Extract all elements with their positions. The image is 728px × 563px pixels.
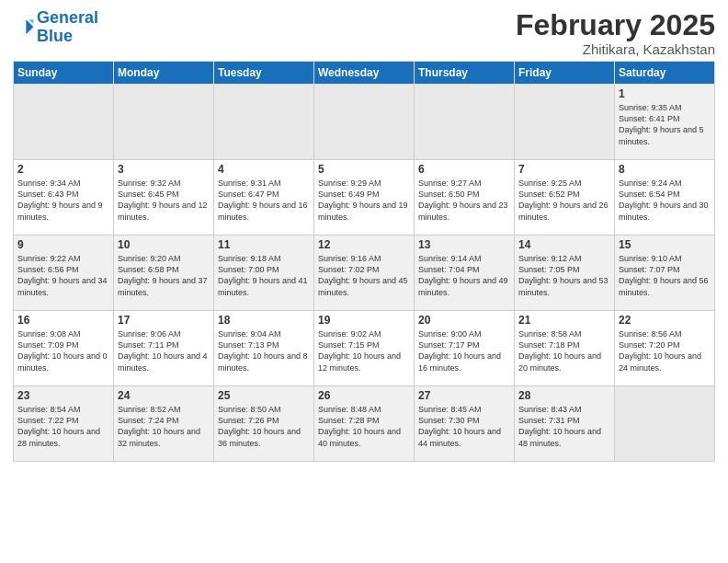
calendar-cell: 8Sunrise: 9:24 AM Sunset: 6:54 PM Daylig…: [615, 160, 715, 236]
day-number: 23: [17, 389, 109, 402]
calendar-cell: [114, 85, 214, 160]
calendar-header-row: Sunday Monday Tuesday Wednesday Thursday…: [14, 62, 715, 85]
location-subtitle: Zhitikara, Kazakhstan: [516, 41, 715, 57]
day-number: 26: [318, 389, 410, 402]
day-info: Sunrise: 9:04 AM Sunset: 7:13 PM Dayligh…: [218, 328, 310, 373]
calendar-week-row: 2Sunrise: 9:34 AM Sunset: 6:43 PM Daylig…: [14, 160, 715, 236]
day-info: Sunrise: 9:14 AM Sunset: 7:04 PM Dayligh…: [418, 253, 510, 298]
month-title: February 2025: [516, 9, 715, 41]
calendar-cell: 11Sunrise: 9:18 AM Sunset: 7:00 PM Dayli…: [214, 236, 314, 311]
day-info: Sunrise: 9:25 AM Sunset: 6:52 PM Dayligh…: [518, 178, 610, 223]
calendar-cell: 27Sunrise: 8:45 AM Sunset: 7:30 PM Dayli…: [415, 386, 515, 462]
calendar-cell: [14, 85, 114, 160]
logo-blue: Blue: [37, 28, 98, 46]
day-number: 27: [418, 389, 510, 402]
calendar-week-row: 1Sunrise: 9:35 AM Sunset: 6:41 PM Daylig…: [14, 85, 715, 160]
day-info: Sunrise: 8:52 AM Sunset: 7:24 PM Dayligh…: [118, 404, 210, 449]
day-info: Sunrise: 8:56 AM Sunset: 7:20 PM Dayligh…: [619, 328, 711, 373]
calendar-week-row: 9Sunrise: 9:22 AM Sunset: 6:56 PM Daylig…: [14, 236, 715, 311]
day-number: 20: [418, 314, 510, 327]
day-number: 9: [17, 238, 109, 251]
calendar-cell: 28Sunrise: 8:43 AM Sunset: 7:31 PM Dayli…: [515, 386, 615, 462]
day-number: 28: [518, 389, 610, 402]
calendar-cell: 15Sunrise: 9:10 AM Sunset: 7:07 PM Dayli…: [615, 236, 715, 311]
day-info: Sunrise: 9:35 AM Sunset: 6:41 PM Dayligh…: [619, 102, 711, 147]
day-number: 25: [218, 389, 310, 402]
day-number: 6: [418, 163, 510, 176]
calendar-cell: 10Sunrise: 9:20 AM Sunset: 6:58 PM Dayli…: [114, 236, 214, 311]
day-info: Sunrise: 9:27 AM Sunset: 6:50 PM Dayligh…: [418, 178, 510, 223]
day-number: 1: [619, 87, 711, 100]
col-tuesday: Tuesday: [214, 62, 314, 85]
calendar-cell: 2Sunrise: 9:34 AM Sunset: 6:43 PM Daylig…: [14, 160, 114, 236]
day-info: Sunrise: 8:43 AM Sunset: 7:31 PM Dayligh…: [518, 404, 610, 449]
day-info: Sunrise: 9:02 AM Sunset: 7:15 PM Dayligh…: [318, 328, 410, 373]
day-number: 10: [118, 238, 210, 251]
col-friday: Friday: [515, 62, 615, 85]
day-number: 12: [318, 238, 410, 251]
day-number: 24: [118, 389, 210, 402]
day-number: 14: [518, 238, 610, 251]
calendar-cell: [615, 386, 715, 462]
calendar-cell: 17Sunrise: 9:06 AM Sunset: 7:11 PM Dayli…: [114, 311, 214, 386]
day-number: 2: [17, 163, 109, 176]
day-number: 7: [518, 163, 610, 176]
calendar-cell: 24Sunrise: 8:52 AM Sunset: 7:24 PM Dayli…: [114, 386, 214, 462]
day-info: Sunrise: 9:24 AM Sunset: 6:54 PM Dayligh…: [619, 178, 711, 223]
day-info: Sunrise: 8:54 AM Sunset: 7:22 PM Dayligh…: [17, 404, 109, 449]
day-info: Sunrise: 9:22 AM Sunset: 6:56 PM Dayligh…: [17, 253, 109, 298]
calendar-cell: 19Sunrise: 9:02 AM Sunset: 7:15 PM Dayli…: [314, 311, 415, 386]
day-info: Sunrise: 9:00 AM Sunset: 7:17 PM Dayligh…: [418, 328, 510, 373]
day-info: Sunrise: 9:20 AM Sunset: 6:58 PM Dayligh…: [118, 253, 210, 298]
col-monday: Monday: [114, 62, 214, 85]
col-wednesday: Wednesday: [314, 62, 415, 85]
calendar-cell: 14Sunrise: 9:12 AM Sunset: 7:05 PM Dayli…: [515, 236, 615, 311]
calendar-cell: 26Sunrise: 8:48 AM Sunset: 7:28 PM Dayli…: [314, 386, 415, 462]
col-thursday: Thursday: [415, 62, 515, 85]
calendar-cell: 6Sunrise: 9:27 AM Sunset: 6:50 PM Daylig…: [415, 160, 515, 236]
day-info: Sunrise: 9:06 AM Sunset: 7:11 PM Dayligh…: [118, 328, 210, 373]
calendar-table: Sunday Monday Tuesday Wednesday Thursday…: [13, 61, 715, 462]
day-info: Sunrise: 9:10 AM Sunset: 7:07 PM Dayligh…: [619, 253, 711, 298]
calendar-cell: 16Sunrise: 9:08 AM Sunset: 7:09 PM Dayli…: [14, 311, 114, 386]
calendar-cell: 22Sunrise: 8:56 AM Sunset: 7:20 PM Dayli…: [615, 311, 715, 386]
calendar-cell: 7Sunrise: 9:25 AM Sunset: 6:52 PM Daylig…: [515, 160, 615, 236]
day-info: Sunrise: 9:29 AM Sunset: 6:49 PM Dayligh…: [318, 178, 410, 223]
calendar-cell: 18Sunrise: 9:04 AM Sunset: 7:13 PM Dayli…: [214, 311, 314, 386]
calendar-cell: 23Sunrise: 8:54 AM Sunset: 7:22 PM Dayli…: [14, 386, 114, 462]
day-info: Sunrise: 9:34 AM Sunset: 6:43 PM Dayligh…: [17, 178, 109, 223]
logo: General Blue: [13, 9, 98, 46]
calendar-cell: 3Sunrise: 9:32 AM Sunset: 6:45 PM Daylig…: [114, 160, 214, 236]
col-sunday: Sunday: [14, 62, 114, 85]
title-block: February 2025 Zhitikara, Kazakhstan: [516, 9, 715, 57]
day-info: Sunrise: 9:31 AM Sunset: 6:47 PM Dayligh…: [218, 178, 310, 223]
day-number: 22: [619, 314, 711, 327]
day-number: 15: [619, 238, 711, 251]
day-number: 19: [318, 314, 410, 327]
calendar-cell: [515, 85, 615, 160]
logo-general: General: [37, 9, 98, 28]
day-info: Sunrise: 8:58 AM Sunset: 7:18 PM Dayligh…: [518, 328, 610, 373]
calendar-cell: 21Sunrise: 8:58 AM Sunset: 7:18 PM Dayli…: [515, 311, 615, 386]
calendar-cell: [314, 85, 415, 160]
calendar-cell: 25Sunrise: 8:50 AM Sunset: 7:26 PM Dayli…: [214, 386, 314, 462]
day-number: 17: [118, 314, 210, 327]
calendar-week-row: 16Sunrise: 9:08 AM Sunset: 7:09 PM Dayli…: [14, 311, 715, 386]
day-number: 16: [17, 314, 109, 327]
day-number: 13: [418, 238, 510, 251]
col-saturday: Saturday: [615, 62, 715, 85]
day-number: 18: [218, 314, 310, 327]
day-info: Sunrise: 8:45 AM Sunset: 7:30 PM Dayligh…: [418, 404, 510, 449]
page-container: General Blue February 2025 Zhitikara, Ka…: [0, 0, 728, 471]
calendar-week-row: 23Sunrise: 8:54 AM Sunset: 7:22 PM Dayli…: [14, 386, 715, 462]
calendar-cell: 13Sunrise: 9:14 AM Sunset: 7:04 PM Dayli…: [415, 236, 515, 311]
day-number: 8: [619, 163, 711, 176]
calendar-cell: 9Sunrise: 9:22 AM Sunset: 6:56 PM Daylig…: [14, 236, 114, 311]
day-number: 11: [218, 238, 310, 251]
day-info: Sunrise: 9:32 AM Sunset: 6:45 PM Dayligh…: [118, 178, 210, 223]
calendar-cell: 1Sunrise: 9:35 AM Sunset: 6:41 PM Daylig…: [615, 85, 715, 160]
day-info: Sunrise: 9:08 AM Sunset: 7:09 PM Dayligh…: [17, 328, 109, 373]
header: General Blue February 2025 Zhitikara, Ka…: [13, 9, 715, 57]
day-number: 5: [318, 163, 410, 176]
day-number: 3: [118, 163, 210, 176]
